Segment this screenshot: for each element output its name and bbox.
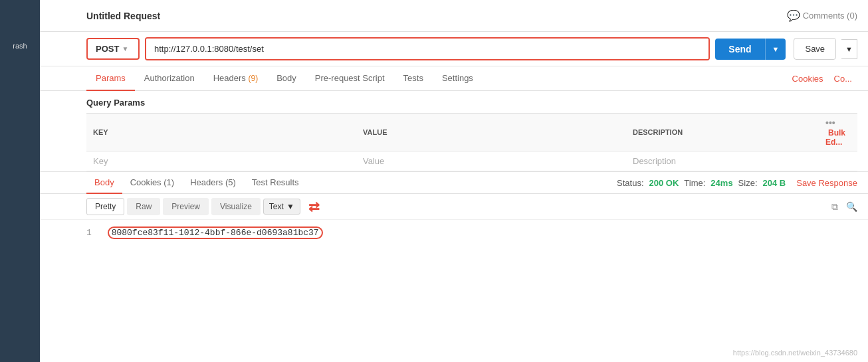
- response-content: 1 8080fce83f11-1012-4bbf-866e-d0693a81bc…: [40, 220, 868, 246]
- tab-body[interactable]: Body: [267, 66, 306, 91]
- params-table: KEY VALUE DESCRIPTION ••• Bulk Ed... Key…: [86, 113, 857, 171]
- time-label: Time:: [684, 178, 705, 188]
- line-number: 1: [86, 228, 92, 238]
- save-response-button[interactable]: Save Response: [796, 178, 857, 188]
- tab-headers[interactable]: Headers (9): [204, 66, 267, 91]
- comments-label: Comments (0): [803, 11, 857, 21]
- tab-right: Cookies Co...: [787, 67, 857, 90]
- response-tab-cookies[interactable]: Cookies (1): [122, 172, 183, 194]
- col-desc: DESCRIPTION: [626, 114, 819, 151]
- response-uuid: 8080fce83f11-1012-4bbf-866e-d0693a81bc37: [108, 226, 323, 239]
- tab-params[interactable]: Params: [86, 66, 135, 91]
- more-icon[interactable]: •••: [825, 118, 835, 128]
- save-dropdown-button[interactable]: ▼: [841, 39, 857, 59]
- method-label: POST: [96, 44, 119, 54]
- key-cell[interactable]: Key: [86, 151, 356, 171]
- method-dropdown-icon: ▼: [122, 45, 128, 52]
- main-content: Untitled Request 💬 Comments (0) POST ▼ S…: [40, 0, 868, 246]
- headers-badge: (9): [248, 74, 258, 83]
- table-row: Key Value Description: [86, 151, 857, 171]
- method-button[interactable]: POST ▼: [86, 38, 140, 60]
- format-label: Text: [269, 202, 284, 211]
- response-tab-test-results[interactable]: Test Results: [244, 172, 307, 194]
- desc-cell[interactable]: Description: [626, 151, 819, 171]
- response-tab-headers[interactable]: Headers (5): [182, 172, 244, 194]
- save-button[interactable]: Save: [794, 38, 836, 60]
- tab-prerequest[interactable]: Pre-request Script: [306, 66, 394, 91]
- comments-icon: 💬: [787, 9, 800, 22]
- col-actions: ••• Bulk Ed...: [819, 114, 857, 151]
- search-icon[interactable]: 🔍: [846, 201, 857, 213]
- sidebar-item-rash[interactable]: rash: [7, 36, 33, 56]
- top-bar: Untitled Request 💬 Comments (0): [40, 0, 868, 32]
- co-link[interactable]: Co...: [829, 67, 857, 90]
- body-tab-preview[interactable]: Preview: [163, 198, 209, 215]
- send-button-group: Send ▼: [715, 39, 786, 60]
- response-section: Body Cookies (1) Headers (5) Test Result…: [40, 171, 868, 246]
- url-bar: POST ▼ Send ▼ Save ▼: [40, 32, 868, 66]
- response-tab-body[interactable]: Body: [86, 172, 122, 194]
- query-params-title: Query Params: [86, 98, 857, 108]
- body-tabs-row: Pretty Raw Preview Visualize Text ▼ ⇄ ⧉: [40, 194, 868, 220]
- sidebar: rash: [0, 0, 40, 362]
- size-value: 204 B: [763, 178, 786, 188]
- body-tab-raw[interactable]: Raw: [127, 198, 160, 215]
- time-value: 24ms: [710, 178, 732, 188]
- response-meta: Status: 200 OK Time: 24ms Size: 204 B Sa…: [617, 178, 857, 188]
- value-cell[interactable]: Value: [356, 151, 626, 171]
- tab-authorization[interactable]: Authorization: [135, 66, 204, 91]
- watermark: https://blog.csdn.net/weixin_43734680: [733, 349, 857, 357]
- format-select[interactable]: Text ▼: [263, 199, 300, 215]
- send-button[interactable]: Send: [715, 39, 764, 60]
- col-key: KEY: [86, 114, 356, 151]
- request-title: Untitled Request: [86, 11, 160, 21]
- copy-icon[interactable]: ⧉: [831, 201, 838, 213]
- size-label: Size:: [738, 178, 758, 188]
- format-dropdown-icon: ▼: [286, 202, 294, 211]
- send-dropdown-button[interactable]: ▼: [765, 39, 786, 60]
- response-tabs-row: Body Cookies (1) Headers (5) Test Result…: [40, 172, 868, 194]
- body-tab-pretty[interactable]: Pretty: [86, 198, 124, 215]
- bulk-edit-link[interactable]: Bulk Ed...: [825, 128, 845, 147]
- body-tab-visualize[interactable]: Visualize: [211, 198, 261, 215]
- tab-settings[interactable]: Settings: [433, 66, 483, 91]
- status-label: Status:: [617, 178, 643, 188]
- request-tabs: Params Authorization Headers (9) Body Pr…: [40, 66, 868, 91]
- wrap-icon[interactable]: ⇄: [308, 199, 320, 215]
- col-value: VALUE: [356, 114, 626, 151]
- url-input-wrapper: [145, 37, 710, 60]
- url-input[interactable]: [146, 39, 708, 59]
- tab-tests[interactable]: Tests: [394, 66, 433, 91]
- status-value: 200 OK: [649, 178, 679, 188]
- query-params-section: Query Params KEY VALUE DESCRIPTION ••• B…: [40, 91, 868, 171]
- comments-button[interactable]: 💬 Comments (0): [787, 9, 857, 22]
- action-cell: [819, 151, 857, 171]
- cookies-link[interactable]: Cookies: [787, 67, 829, 90]
